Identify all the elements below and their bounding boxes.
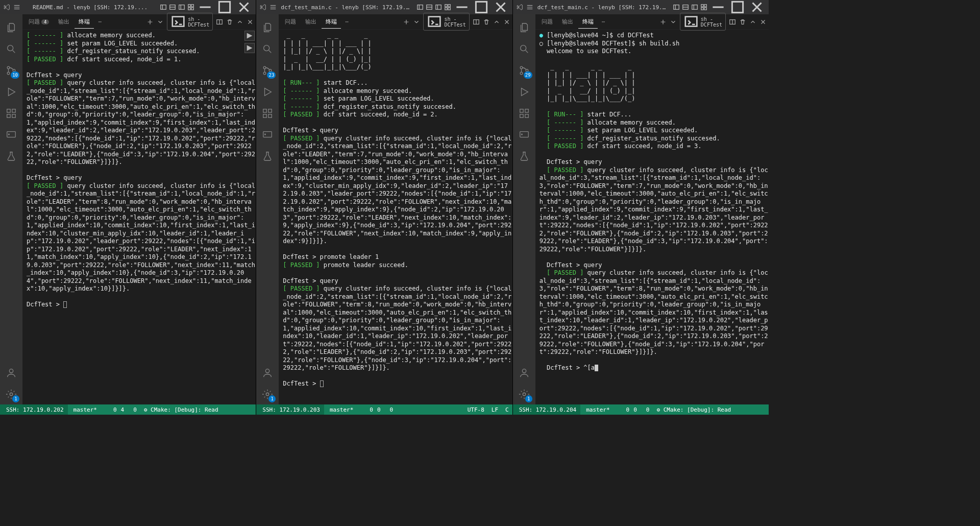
- status-branch[interactable]: master*: [324, 404, 357, 415]
- maximize-button[interactable]: [729, 0, 746, 14]
- tab-terminal[interactable]: 终端: [578, 15, 598, 29]
- terminal-selector[interactable]: sh - DCFTest: [167, 13, 213, 30]
- status-sync[interactable]: [101, 404, 108, 415]
- status-cmake[interactable]: ⚙ CMake: [Debug]: Read: [653, 404, 734, 415]
- layout-icon[interactable]: [416, 4, 424, 11]
- minimize-button[interactable]: [709, 0, 727, 14]
- menu-icon[interactable]: [13, 4, 20, 11]
- extensions-tab[interactable]: [0, 103, 22, 124]
- status-encoding[interactable]: UTF-8: [464, 404, 488, 415]
- remote-tab[interactable]: [256, 125, 279, 145]
- split-terminal-icon[interactable]: [216, 18, 223, 26]
- terminal-selector[interactable]: sh - DCFTest: [423, 13, 469, 30]
- more-tabs[interactable]: ⋯: [342, 18, 352, 25]
- close-button[interactable]: [748, 0, 766, 14]
- more-tabs[interactable]: ⋯: [95, 18, 105, 25]
- layout-icon[interactable]: [691, 4, 698, 11]
- remote-tab[interactable]: [513, 125, 535, 145]
- testing-tab[interactable]: [513, 146, 535, 166]
- tab-output[interactable]: 输出: [54, 15, 74, 28]
- chevron-down-icon[interactable]: [670, 18, 677, 26]
- close-panel-icon[interactable]: [503, 18, 510, 26]
- grid-icon[interactable]: [700, 4, 707, 11]
- explorer-tab[interactable]: [0, 17, 22, 38]
- extensions-tab[interactable]: [513, 103, 535, 124]
- debug-tab[interactable]: [0, 82, 22, 102]
- accounts-tab[interactable]: [513, 363, 535, 383]
- close-button[interactable]: [235, 0, 253, 14]
- minimize-button[interactable]: [453, 0, 471, 14]
- status-lang[interactable]: C: [502, 404, 512, 415]
- tab-output[interactable]: 输出: [301, 15, 321, 28]
- settings-tab[interactable]: 1: [0, 384, 22, 404]
- tab-problems[interactable]: 问题: [537, 15, 557, 28]
- tab-problems[interactable]: 问题4: [24, 15, 53, 28]
- kill-terminal-icon[interactable]: [226, 18, 233, 26]
- accounts-tab[interactable]: [0, 363, 22, 383]
- testing-tab[interactable]: [0, 146, 22, 166]
- tab-problems[interactable]: 问题: [281, 15, 300, 28]
- layout-icon[interactable]: [160, 4, 167, 11]
- close-panel-icon[interactable]: [760, 18, 767, 26]
- scm-tab[interactable]: 23: [256, 60, 279, 81]
- close-panel-icon[interactable]: [247, 18, 254, 26]
- new-terminal-icon[interactable]: [403, 18, 410, 26]
- layout-icon[interactable]: [682, 4, 689, 11]
- terminal-output[interactable]: ● [lenyb@slave04 ~]$ cd DCFTest ○ [lenyb…: [535, 30, 769, 404]
- chevron-down-icon[interactable]: [157, 18, 164, 26]
- status-remote[interactable]: SSH: 172.19.0.203: [256, 404, 324, 415]
- explorer-tab[interactable]: [256, 17, 279, 38]
- more-tabs[interactable]: ⋯: [599, 18, 608, 25]
- kill-terminal-icon[interactable]: [739, 18, 746, 26]
- new-terminal-icon[interactable]: [659, 18, 667, 26]
- terminal-output[interactable]: _ _ _ _ _ | | | | ___| | | ___ | | | |_|…: [279, 30, 512, 404]
- menu-icon[interactable]: [526, 4, 533, 11]
- search-tab[interactable]: [256, 39, 279, 59]
- scm-tab[interactable]: 10: [0, 60, 22, 81]
- tab-terminal[interactable]: 终端: [75, 15, 94, 29]
- layout-icon[interactable]: [426, 4, 433, 11]
- status-sync[interactable]: [614, 404, 621, 415]
- layout-icon[interactable]: [169, 4, 176, 11]
- grid-icon[interactable]: [444, 4, 451, 11]
- new-terminal-icon[interactable]: [146, 18, 154, 26]
- settings-tab[interactable]: 1: [513, 384, 535, 404]
- testing-tab[interactable]: [256, 146, 279, 166]
- status-cmake[interactable]: ⚙ CMake: [Debug]: Read: [140, 404, 222, 415]
- split-terminal-icon[interactable]: [729, 18, 736, 26]
- status-sync[interactable]: [357, 404, 364, 415]
- scm-tab[interactable]: 29: [513, 60, 535, 81]
- maximize-panel-icon[interactable]: [749, 18, 756, 26]
- maximize-panel-icon[interactable]: [236, 18, 243, 26]
- settings-tab[interactable]: 1: [256, 384, 279, 404]
- status-branch[interactable]: master*: [580, 404, 613, 415]
- status-remote[interactable]: SSH: 172.19.0.202: [0, 404, 68, 415]
- maximize-panel-icon[interactable]: [493, 18, 500, 26]
- grid-icon[interactable]: [187, 4, 194, 11]
- debug-tab[interactable]: [256, 82, 279, 102]
- kill-terminal-icon[interactable]: [483, 18, 490, 26]
- layout-icon[interactable]: [435, 4, 442, 11]
- split-terminal-icon[interactable]: [473, 18, 480, 26]
- terminal-selector[interactable]: sh - DCFTest: [680, 13, 726, 30]
- status-ports[interactable]: 0: [128, 404, 140, 415]
- status-ports[interactable]: 0: [384, 404, 397, 415]
- tab-output[interactable]: 输出: [558, 15, 577, 28]
- chevron-down-icon[interactable]: [413, 18, 420, 26]
- menu-icon[interactable]: [270, 4, 277, 11]
- tab-terminal[interactable]: 终端: [322, 15, 341, 29]
- maximize-button[interactable]: [473, 0, 490, 14]
- accounts-tab[interactable]: [256, 363, 279, 383]
- status-branch[interactable]: master*: [68, 404, 101, 415]
- terminal-output[interactable]: [ ------ ] allocate memory succeed. [ --…: [22, 30, 256, 404]
- layout-icon[interactable]: [673, 4, 680, 11]
- status-problems[interactable]: 0 4: [108, 404, 128, 415]
- debug-tab[interactable]: [513, 82, 535, 102]
- minimize-button[interactable]: [197, 0, 214, 14]
- run-icon[interactable]: [244, 31, 255, 41]
- status-remote[interactable]: SSH: 172.19.0.204: [513, 404, 581, 415]
- status-eol[interactable]: LF: [488, 404, 502, 415]
- extensions-tab[interactable]: [256, 103, 279, 124]
- status-problems[interactable]: 0 0: [621, 404, 641, 415]
- status-ports[interactable]: 0: [641, 404, 653, 415]
